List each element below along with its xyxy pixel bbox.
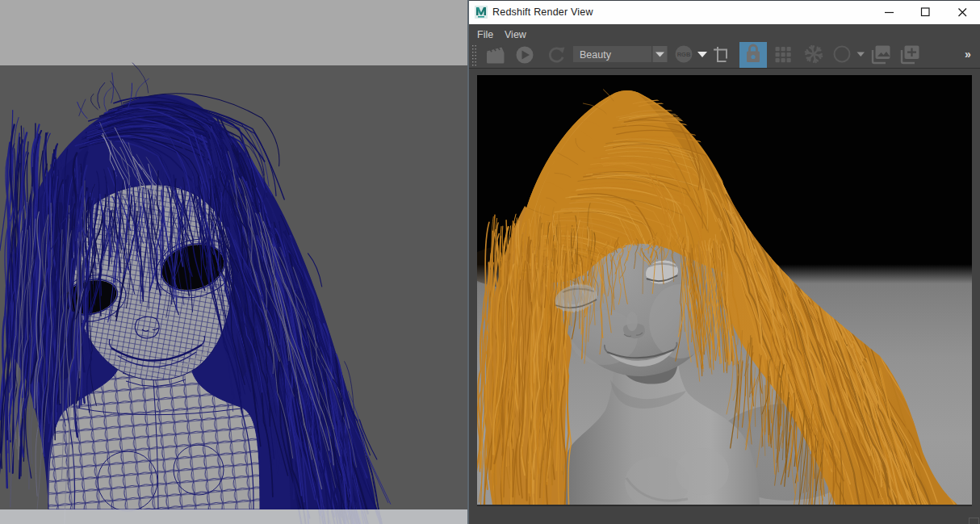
svg-text:RGB: RGB [677, 51, 691, 58]
svg-text:»: » [965, 48, 971, 61]
svg-text:Beauty: Beauty [580, 49, 612, 61]
